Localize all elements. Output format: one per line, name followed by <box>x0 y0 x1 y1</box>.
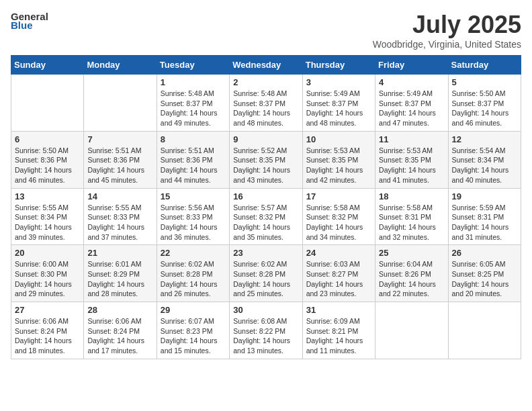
calendar-cell: 3Sunrise: 5:49 AMSunset: 8:37 PMDaylight… <box>302 75 375 132</box>
day-info: Sunrise: 5:54 AMSunset: 8:34 PMDaylight:… <box>452 146 517 185</box>
weekday-header-monday: Monday <box>84 56 157 75</box>
day-info: Sunrise: 5:58 AMSunset: 8:31 PMDaylight:… <box>379 203 444 242</box>
calendar-cell: 12Sunrise: 5:54 AMSunset: 8:34 PMDayligh… <box>448 131 521 188</box>
calendar-cell: 27Sunrise: 6:06 AMSunset: 8:24 PMDayligh… <box>11 302 84 359</box>
day-number: 25 <box>379 248 444 258</box>
day-info: Sunrise: 5:59 AMSunset: 8:31 PMDaylight:… <box>452 203 517 242</box>
weekday-header-tuesday: Tuesday <box>157 56 229 75</box>
day-info: Sunrise: 5:52 AMSunset: 8:35 PMDaylight:… <box>233 146 298 185</box>
calendar-cell: 14Sunrise: 5:55 AMSunset: 8:33 PMDayligh… <box>84 188 157 245</box>
day-number: 15 <box>161 191 226 201</box>
day-number: 27 <box>15 305 80 315</box>
day-info: Sunrise: 6:01 AMSunset: 8:29 PMDaylight:… <box>87 259 152 299</box>
calendar-week-row: 27Sunrise: 6:06 AMSunset: 8:24 PMDayligh… <box>11 302 521 359</box>
day-info: Sunrise: 5:50 AMSunset: 8:36 PMDaylight:… <box>15 146 80 185</box>
day-info: Sunrise: 6:02 AMSunset: 8:28 PMDaylight:… <box>233 259 298 299</box>
day-info: Sunrise: 6:06 AMSunset: 8:24 PMDaylight:… <box>87 316 152 356</box>
calendar-cell: 19Sunrise: 5:59 AMSunset: 8:31 PMDayligh… <box>448 188 521 245</box>
day-info: Sunrise: 5:53 AMSunset: 8:35 PMDaylight:… <box>379 146 444 185</box>
day-number: 5 <box>452 77 517 87</box>
day-info: Sunrise: 6:03 AMSunset: 8:27 PMDaylight:… <box>306 259 371 299</box>
day-info: Sunrise: 6:02 AMSunset: 8:28 PMDaylight:… <box>161 259 226 299</box>
day-info: Sunrise: 6:06 AMSunset: 8:24 PMDaylight:… <box>15 316 80 356</box>
day-number: 23 <box>233 248 298 258</box>
day-info: Sunrise: 5:56 AMSunset: 8:33 PMDaylight:… <box>161 203 226 242</box>
calendar-cell <box>448 302 521 359</box>
weekday-header-friday: Friday <box>375 56 448 75</box>
calendar-cell: 21Sunrise: 6:01 AMSunset: 8:29 PMDayligh… <box>84 245 157 302</box>
calendar-cell: 5Sunrise: 5:50 AMSunset: 8:37 PMDaylight… <box>448 75 521 132</box>
calendar-week-row: 20Sunrise: 6:00 AMSunset: 8:30 PMDayligh… <box>11 245 521 302</box>
day-info: Sunrise: 5:51 AMSunset: 8:36 PMDaylight:… <box>87 146 152 185</box>
calendar-cell: 16Sunrise: 5:57 AMSunset: 8:32 PMDayligh… <box>230 188 302 245</box>
calendar-cell <box>84 75 157 132</box>
day-info: Sunrise: 6:04 AMSunset: 8:26 PMDaylight:… <box>379 259 444 299</box>
day-number: 13 <box>15 191 80 201</box>
calendar-week-row: 6Sunrise: 5:50 AMSunset: 8:36 PMDaylight… <box>11 131 521 188</box>
day-number: 28 <box>87 305 152 315</box>
day-info: Sunrise: 6:07 AMSunset: 8:23 PMDaylight:… <box>161 316 226 356</box>
calendar-cell: 20Sunrise: 6:00 AMSunset: 8:30 PMDayligh… <box>11 245 84 302</box>
calendar-cell: 9Sunrise: 5:52 AMSunset: 8:35 PMDaylight… <box>230 131 302 188</box>
calendar-cell: 28Sunrise: 6:06 AMSunset: 8:24 PMDayligh… <box>84 302 157 359</box>
calendar-cell: 6Sunrise: 5:50 AMSunset: 8:36 PMDaylight… <box>11 131 84 188</box>
calendar-cell: 4Sunrise: 5:49 AMSunset: 8:37 PMDaylight… <box>375 75 448 132</box>
calendar-cell: 29Sunrise: 6:07 AMSunset: 8:23 PMDayligh… <box>157 302 229 359</box>
day-number: 17 <box>306 191 371 201</box>
calendar-cell: 31Sunrise: 6:09 AMSunset: 8:21 PMDayligh… <box>302 302 375 359</box>
calendar-cell <box>11 75 84 132</box>
day-info: Sunrise: 5:48 AMSunset: 8:37 PMDaylight:… <box>233 89 298 128</box>
title-block: July 2025 Woodbridge, Virginia, United S… <box>373 11 521 50</box>
calendar-week-row: 1Sunrise: 5:48 AMSunset: 8:37 PMDaylight… <box>11 75 521 132</box>
day-number: 26 <box>452 248 517 258</box>
calendar-cell: 11Sunrise: 5:53 AMSunset: 8:35 PMDayligh… <box>375 131 448 188</box>
calendar-cell: 30Sunrise: 6:08 AMSunset: 8:22 PMDayligh… <box>230 302 302 359</box>
calendar-cell: 15Sunrise: 5:56 AMSunset: 8:33 PMDayligh… <box>157 188 229 245</box>
day-number: 16 <box>233 191 298 201</box>
day-number: 1 <box>161 77 226 87</box>
calendar-cell: 25Sunrise: 6:04 AMSunset: 8:26 PMDayligh… <box>375 245 448 302</box>
day-number: 12 <box>452 134 517 144</box>
day-number: 22 <box>161 248 226 258</box>
day-info: Sunrise: 5:55 AMSunset: 8:34 PMDaylight:… <box>15 203 80 242</box>
day-info: Sunrise: 5:49 AMSunset: 8:37 PMDaylight:… <box>306 89 371 128</box>
calendar-cell: 10Sunrise: 5:53 AMSunset: 8:35 PMDayligh… <box>302 131 375 188</box>
day-number: 7 <box>87 134 152 144</box>
calendar-cell: 13Sunrise: 5:55 AMSunset: 8:34 PMDayligh… <box>11 188 84 245</box>
month-year-title: July 2025 <box>373 11 521 39</box>
calendar-cell: 1Sunrise: 5:48 AMSunset: 8:37 PMDaylight… <box>157 75 229 132</box>
day-number: 4 <box>379 77 444 87</box>
calendar-cell: 8Sunrise: 5:51 AMSunset: 8:36 PMDaylight… <box>157 131 229 188</box>
day-number: 24 <box>306 248 371 258</box>
weekday-header-saturday: Saturday <box>448 56 521 75</box>
weekday-header-sunday: Sunday <box>11 56 84 75</box>
calendar-cell: 17Sunrise: 5:58 AMSunset: 8:32 PMDayligh… <box>302 188 375 245</box>
calendar-week-row: 13Sunrise: 5:55 AMSunset: 8:34 PMDayligh… <box>11 188 521 245</box>
calendar-cell: 23Sunrise: 6:02 AMSunset: 8:28 PMDayligh… <box>230 245 302 302</box>
location-subtitle: Woodbridge, Virginia, United States <box>373 39 521 50</box>
day-number: 18 <box>379 191 444 201</box>
day-number: 29 <box>161 305 226 315</box>
calendar-cell: 7Sunrise: 5:51 AMSunset: 8:36 PMDaylight… <box>84 131 157 188</box>
day-number: 9 <box>233 134 298 144</box>
day-number: 21 <box>87 248 152 258</box>
day-number: 20 <box>15 248 80 258</box>
logo: General Blue General Blue <box>11 11 48 31</box>
day-info: Sunrise: 5:49 AMSunset: 8:37 PMDaylight:… <box>379 89 444 128</box>
day-info: Sunrise: 6:00 AMSunset: 8:30 PMDaylight:… <box>15 259 80 299</box>
day-number: 19 <box>452 191 517 201</box>
calendar-cell: 22Sunrise: 6:02 AMSunset: 8:28 PMDayligh… <box>157 245 229 302</box>
day-info: Sunrise: 6:05 AMSunset: 8:25 PMDaylight:… <box>452 259 517 299</box>
day-info: Sunrise: 6:08 AMSunset: 8:22 PMDaylight:… <box>233 316 298 356</box>
day-number: 3 <box>306 77 371 87</box>
weekday-header-wednesday: Wednesday <box>230 56 302 75</box>
day-number: 30 <box>233 305 298 315</box>
day-info: Sunrise: 5:50 AMSunset: 8:37 PMDaylight:… <box>452 89 517 128</box>
day-number: 2 <box>233 77 298 87</box>
day-number: 11 <box>379 134 444 144</box>
weekday-header-row: SundayMondayTuesdayWednesdayThursdayFrid… <box>11 56 521 75</box>
day-number: 6 <box>15 134 80 144</box>
weekday-header-thursday: Thursday <box>302 56 375 75</box>
day-number: 8 <box>161 134 226 144</box>
day-number: 14 <box>87 191 152 201</box>
